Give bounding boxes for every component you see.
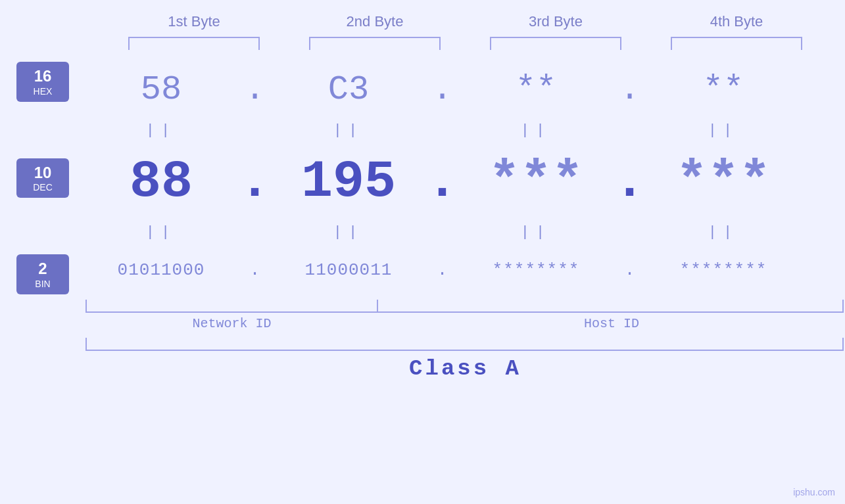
dec-dot2: . (424, 152, 460, 212)
headers-row: 1st Byte 2nd Byte 3rd Byte 4th Byte (104, 13, 827, 30)
rows-wrapper: 16 HEX 10 DEC 2 BIN (0, 60, 845, 296)
eq2-b2: || (273, 224, 424, 241)
dec-b1-cell: 88 (85, 152, 237, 212)
header-byte2: 2nd Byte (302, 13, 447, 30)
header-byte4: 4th Byte (664, 13, 809, 30)
hex-dot1: . (237, 70, 273, 109)
hex-b3: ** (516, 70, 556, 109)
header-byte3: 3rd Byte (483, 13, 628, 30)
bracket-top-3 (490, 37, 621, 50)
network-id-label: Network ID (85, 316, 378, 331)
hex-dot3: . (612, 70, 648, 109)
eq2-b4: || (648, 224, 799, 241)
header-byte1: 1st Byte (122, 13, 266, 30)
hex-row: 58 . C3 . ** . ** (85, 60, 845, 119)
dec-badge: 10 DEC (16, 158, 69, 198)
hex-b1-cell: 58 (85, 70, 237, 109)
bin-b2: 11000011 (305, 260, 393, 280)
class-label: Class A (409, 356, 521, 381)
bracket-top-2 (309, 37, 441, 50)
bin-b4: ******** (680, 260, 767, 280)
bin-b1: 01011000 (118, 260, 205, 280)
dec-b2-cell: 195 (273, 152, 424, 212)
hex-b4: ** (703, 70, 744, 109)
eq-row-1: || || || || (85, 119, 845, 142)
bin-b4-cell: ******** (648, 260, 799, 280)
hex-dot2: . (424, 70, 460, 109)
dec-b4: *** (676, 152, 771, 212)
dec-dot1: . (237, 152, 273, 212)
eq1-b2: || (273, 122, 424, 139)
bin-b3-cell: ******** (460, 260, 612, 280)
bin-number: 2 (24, 260, 61, 279)
dec-number: 10 (24, 164, 61, 183)
watermark: ipshu.com (793, 487, 835, 497)
hex-b2: C3 (328, 70, 369, 109)
top-brackets-row (104, 37, 827, 50)
hex-b3-cell: ** (460, 70, 612, 109)
bin-label: BIN (24, 279, 61, 289)
bin-b3: ******** (493, 260, 580, 280)
eq-row-2: || || || || (85, 221, 845, 244)
dec-b1: 88 (130, 152, 193, 212)
bracket-top-1 (128, 37, 260, 50)
eq2-b3: || (460, 224, 612, 241)
dec-b4-cell: *** (648, 152, 799, 212)
dec-b3: *** (489, 152, 583, 212)
bin-row: 01011000 . 11000011 . ******** . *******… (85, 244, 845, 296)
hex-b2-cell: C3 (273, 70, 424, 109)
hex-b4-cell: ** (648, 70, 799, 109)
hex-number: 16 (24, 67, 61, 86)
eq1-b1: || (85, 122, 237, 139)
eq1-b4: || (648, 122, 799, 139)
dec-row: 88 . 195 . *** . *** (85, 142, 845, 221)
bin-b2-cell: 11000011 (273, 260, 424, 280)
main-container: 1st Byte 2nd Byte 3rd Byte 4th Byte 16 H… (0, 0, 845, 504)
bracket-class (85, 338, 844, 351)
dec-label: DEC (24, 182, 61, 193)
bin-b1-cell: 01011000 (85, 260, 237, 280)
bracket-bottom-host (377, 300, 844, 313)
bin-dot2: . (424, 260, 460, 280)
dec-b3-cell: *** (460, 152, 612, 212)
hex-badge: 16 HEX (16, 62, 69, 102)
dec-dot3: . (612, 152, 648, 212)
hex-label: HEX (24, 86, 61, 97)
bracket-top-4 (671, 37, 802, 50)
hex-b1: 58 (141, 70, 181, 109)
bin-dot1: . (237, 260, 273, 280)
host-id-label: Host ID (378, 316, 845, 331)
dec-b2: 195 (301, 152, 396, 212)
eq1-b3: || (460, 122, 612, 139)
bracket-bottom-network (85, 300, 378, 313)
eq2-b1: || (85, 224, 237, 241)
right-data-col: 58 . C3 . ** . ** || (85, 60, 845, 296)
bin-badge: 2 BIN (16, 254, 69, 294)
left-badges-col: 16 HEX 10 DEC 2 BIN (0, 60, 85, 296)
bin-dot3: . (612, 260, 648, 280)
